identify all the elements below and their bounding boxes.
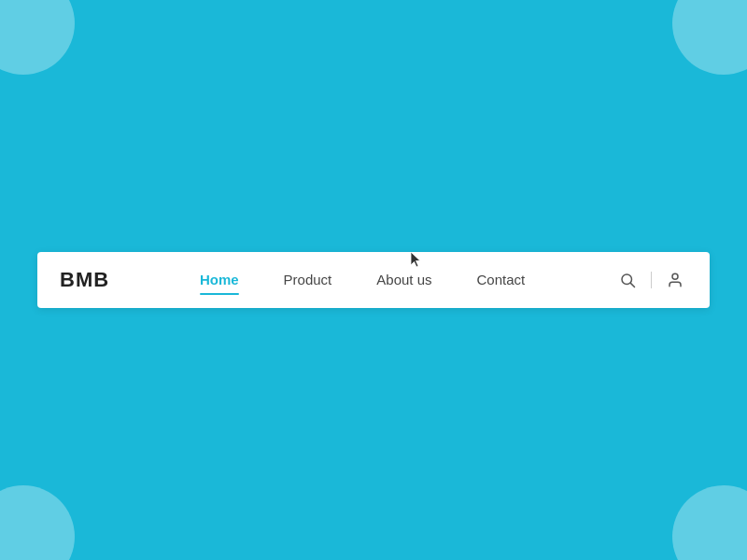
navbar: BMB Home Product About us Contact — [37, 252, 710, 308]
brand-logo[interactable]: BMB — [60, 268, 109, 292]
corner-decoration-bl — [0, 485, 75, 560]
nav-item-product[interactable]: Product — [284, 272, 332, 288]
navbar-actions — [615, 268, 687, 292]
user-button[interactable] — [663, 268, 687, 292]
nav-link-product[interactable]: Product — [284, 272, 332, 291]
nav-item-contact[interactable]: Contact — [477, 272, 526, 288]
search-icon — [619, 272, 636, 288]
svg-point-2 — [672, 273, 678, 279]
corner-decoration-br — [672, 485, 747, 560]
user-icon — [667, 272, 684, 288]
nav-link-about[interactable]: About us — [376, 272, 431, 291]
nav-item-home[interactable]: Home — [200, 272, 239, 288]
corner-decoration-tl — [0, 0, 75, 75]
nav-link-contact[interactable]: Contact — [477, 272, 526, 291]
search-button[interactable] — [615, 268, 640, 292]
svg-line-1 — [630, 283, 634, 287]
icon-divider — [651, 272, 652, 288]
nav-item-about[interactable]: About us — [376, 272, 431, 288]
corner-decoration-tr — [672, 0, 747, 75]
nav-link-home[interactable]: Home — [200, 272, 239, 291]
nav-menu: Home Product About us Contact — [200, 272, 525, 288]
